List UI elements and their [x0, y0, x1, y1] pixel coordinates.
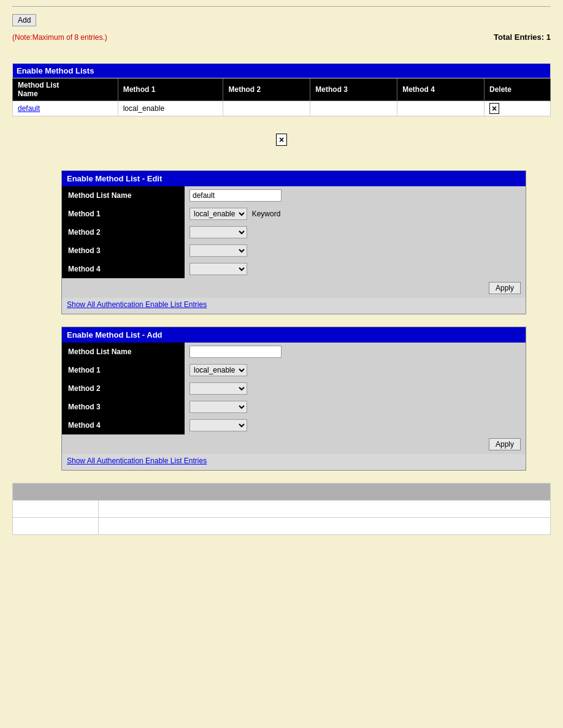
edit-apply-button[interactable]: Apply — [489, 282, 521, 294]
add-form-table: Method List Name Method 1 local_enable n… — [62, 343, 526, 434]
edit-label-method2: Method 2 — [62, 223, 185, 241]
bottom-col2-row2 — [99, 518, 551, 535]
center-delete-icon[interactable]: × — [276, 134, 287, 146]
add-field-method4: Method 4 local_enable none enable radius… — [62, 416, 526, 434]
edit-form-table: Method List Name Method 1 local_enable n… — [62, 186, 526, 278]
table-section-title: Enable Method Lists — [13, 64, 551, 78]
total-entries: Total Entries: 1 — [494, 32, 551, 42]
add-label-method2: Method 2 — [62, 379, 185, 398]
row-method4 — [397, 101, 484, 116]
table-row: default local_enable × — [13, 101, 551, 116]
add-select-method1[interactable]: local_enable none enable radius tacacs+ — [190, 364, 247, 376]
add-panel-title: Enable Method List - Add — [62, 327, 526, 343]
bottom-col1-row2 — [13, 518, 99, 535]
edit-field-method4: Method 4 local_enable none enable radius… — [62, 260, 526, 278]
col-header-method4: Method 4 — [397, 78, 484, 101]
add-button[interactable]: Add — [12, 14, 36, 26]
add-field-method-list-name: Method List Name — [62, 343, 526, 361]
edit-select-method1[interactable]: local_enable none enable radius tacacs+ — [190, 208, 247, 220]
col-header-method-list-name: Method ListName — [13, 78, 118, 101]
edit-field-method1: Method 1 local_enable none enable radius… — [62, 205, 526, 223]
edit-select-method2[interactable]: local_enable none enable radius tacacs+ — [190, 226, 247, 238]
add-panel: Enable Method List - Add Method List Nam… — [61, 327, 526, 471]
add-label-method-list-name: Method List Name — [62, 343, 185, 361]
add-select-method3[interactable]: local_enable none enable radius tacacs+ — [190, 401, 247, 413]
col-header-delete: Delete — [484, 78, 551, 101]
note-text: (Note:Maximum of 8 entries.) — [12, 33, 107, 42]
edit-show-all-link[interactable]: Show All Authentication Enable List Entr… — [62, 298, 526, 314]
bottom-col2-row1 — [99, 501, 551, 518]
add-label-method4: Method 4 — [62, 416, 185, 434]
add-label-method3: Method 3 — [62, 398, 185, 416]
add-input-method-list-name[interactable] — [190, 346, 282, 358]
add-label-method1: Method 1 — [62, 361, 185, 379]
add-select-method2[interactable]: local_enable none enable radius tacacs+ — [190, 382, 247, 395]
bottom-row-2 — [13, 518, 551, 535]
bottom-table-header — [13, 483, 551, 501]
add-field-method3: Method 3 local_enable none enable radius… — [62, 398, 526, 416]
edit-label-method-list-name: Method List Name — [62, 186, 185, 205]
edit-label-method1: Method 1 — [62, 205, 185, 223]
enable-method-table: Enable Method Lists Method ListName Meth… — [12, 63, 551, 116]
add-field-method1: Method 1 local_enable none enable radius… — [62, 361, 526, 379]
edit-panel: Enable Method List - Edit Method List Na… — [61, 170, 526, 314]
row-method3 — [310, 101, 397, 116]
edit-input-method-list-name[interactable] — [190, 189, 282, 202]
add-select-method4[interactable]: local_enable none enable radius tacacs+ — [190, 419, 247, 431]
delete-icon[interactable]: × — [489, 103, 499, 114]
add-show-all-link[interactable]: Show All Authentication Enable List Entr… — [62, 454, 526, 470]
row-method2 — [223, 101, 310, 116]
col-header-method2: Method 2 — [223, 78, 310, 101]
bottom-col1-row1 — [13, 501, 99, 518]
edit-field-method-list-name: Method List Name — [62, 186, 526, 205]
bottom-row-1 — [13, 501, 551, 518]
add-field-method2: Method 2 local_enable none enable radius… — [62, 379, 526, 398]
bottom-section — [12, 483, 551, 535]
edit-field-method3: Method 3 local_enable none enable radius… — [62, 241, 526, 260]
bottom-table — [12, 483, 551, 535]
edit-panel-footer: Apply — [62, 278, 526, 298]
edit-keyword-label: Keyword — [252, 210, 281, 218]
edit-label-method3: Method 3 — [62, 241, 185, 260]
row-method1: local_enable — [118, 101, 223, 116]
edit-panel-title: Enable Method List - Edit — [62, 171, 526, 186]
col-header-method1: Method 1 — [118, 78, 223, 101]
edit-select-method3[interactable]: local_enable none enable radius tacacs+ — [190, 245, 247, 257]
add-panel-footer: Apply — [62, 434, 526, 454]
col-header-method3: Method 3 — [310, 78, 397, 101]
add-apply-button[interactable]: Apply — [489, 438, 521, 450]
edit-field-method2: Method 2 local_enable none enable radius… — [62, 223, 526, 241]
edit-select-method4[interactable]: local_enable none enable radius tacacs+ — [190, 263, 247, 275]
row-method-list-name-link[interactable]: default — [18, 104, 40, 113]
edit-label-method4: Method 4 — [62, 260, 185, 278]
